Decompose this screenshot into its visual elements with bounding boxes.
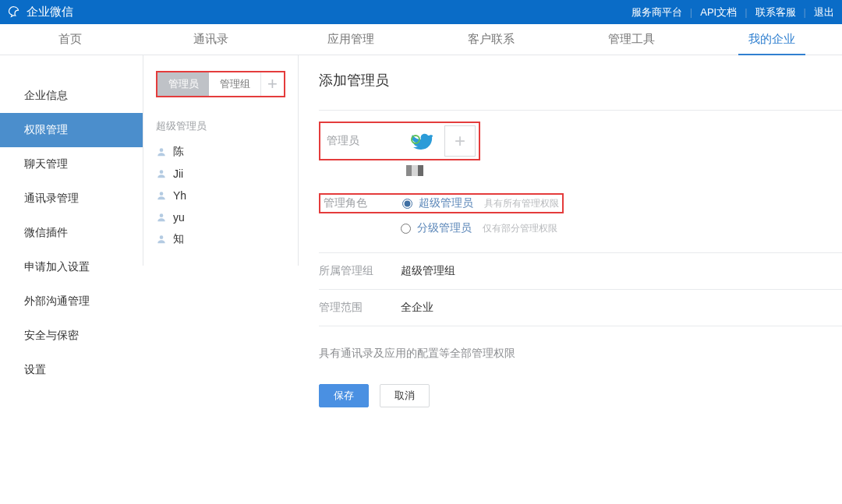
brand-text: 企业微信: [27, 5, 73, 19]
plus-icon: +: [267, 74, 278, 94]
selected-admin-avatar[interactable]: [405, 125, 437, 157]
nav-apps[interactable]: 应用管理: [281, 24, 421, 55]
admin-label: 管理员: [324, 134, 405, 148]
scope-row: 管理范围 全企业: [319, 290, 842, 326]
nav-customers[interactable]: 客户联系: [421, 24, 561, 55]
chat-bubble-icon: [8, 5, 22, 19]
admin-picker-row: 管理员 +: [319, 122, 480, 160]
svg-point-0: [160, 148, 164, 152]
form-actions: 保存 取消: [319, 384, 842, 407]
tab-admin-groups[interactable]: 管理组: [209, 72, 260, 96]
add-admin-box[interactable]: +: [444, 125, 476, 157]
user-icon: [156, 168, 167, 179]
user-icon: [156, 190, 167, 201]
avatar-thumbnail: [406, 165, 423, 176]
sidebar-item-contacts-mgmt[interactable]: 通讯录管理: [0, 182, 143, 216]
svg-point-2: [160, 192, 164, 196]
sidebar-item-chat[interactable]: 聊天管理: [0, 147, 143, 182]
list-item[interactable]: Yh: [156, 185, 285, 206]
user-icon: [156, 234, 167, 245]
scope-value: 全企业: [401, 301, 433, 315]
sidebar-item-join-settings[interactable]: 申请加入设置: [0, 250, 143, 284]
list-item[interactable]: yu: [156, 206, 285, 228]
header-link-support[interactable]: 联系客服: [755, 5, 796, 19]
role-row: 管理角色 超级管理员 具有所有管理权限: [319, 193, 564, 213]
user-icon: [156, 212, 167, 223]
role-super-radio[interactable]: [402, 199, 412, 209]
permission-description: 具有通讯录及应用的配置等全部管理权限: [319, 326, 842, 381]
svg-point-1: [160, 170, 164, 174]
header-link-logout[interactable]: 退出: [814, 5, 834, 19]
svg-point-3: [160, 213, 164, 217]
sidebar-item-settings[interactable]: 设置: [0, 353, 143, 387]
list-item[interactable]: 知: [156, 228, 285, 250]
nav-contacts[interactable]: 通讯录: [140, 24, 281, 55]
form-panel: 添加管理员 管理员 + 管理角色: [299, 55, 842, 423]
sidebar-item-external-comm[interactable]: 外部沟通管理: [0, 284, 143, 319]
header-links: 服务商平台 | API文档 | 联系客服 | 退出: [632, 5, 834, 19]
header-link-provider[interactable]: 服务商平台: [632, 5, 682, 19]
role-sub-radio[interactable]: [401, 224, 411, 234]
main-nav: 首页 通讯录 应用管理 客户联系 管理工具 我的企业: [0, 24, 842, 55]
sidebar-item-company-info[interactable]: 企业信息: [0, 79, 143, 113]
cancel-button[interactable]: 取消: [380, 384, 430, 407]
group-row: 所属管理组 超级管理组: [319, 253, 842, 289]
plus-icon: +: [455, 130, 465, 152]
user-icon: [156, 146, 167, 157]
list-item[interactable]: 陈: [156, 141, 285, 163]
sidebar-item-permissions[interactable]: 权限管理: [0, 113, 143, 147]
scope-label: 管理范围: [319, 301, 401, 315]
tab-admins[interactable]: 管理员: [157, 72, 209, 96]
admin-tab-bar: 管理员 管理组 +: [156, 71, 285, 97]
group-label: 所属管理组: [319, 264, 401, 278]
nav-tools[interactable]: 管理工具: [561, 24, 702, 55]
group-value: 超级管理组: [401, 264, 455, 278]
role-label: 管理角色: [320, 196, 402, 210]
sidebar: 企业信息 权限管理 聊天管理 通讯录管理 微信插件 申请加入设置 外部沟通管理 …: [0, 55, 143, 387]
sidebar-item-wechat-plugin[interactable]: 微信插件: [0, 216, 143, 250]
nav-my-company[interactable]: 我的企业: [702, 24, 842, 55]
svg-point-4: [160, 235, 164, 239]
brand: 企业微信: [8, 5, 73, 19]
sidebar-item-security[interactable]: 安全与保密: [0, 319, 143, 353]
list-item[interactable]: Jii: [156, 163, 285, 185]
bird-icon: [409, 132, 433, 150]
nav-home[interactable]: 首页: [0, 24, 140, 55]
admin-member-list: 陈 Jii Yh yu 知: [156, 141, 285, 250]
save-button[interactable]: 保存: [319, 384, 369, 407]
role-super-admin[interactable]: 超级管理员 具有所有管理权限: [402, 196, 559, 210]
add-admin-button[interactable]: +: [260, 72, 284, 96]
role-sub-admin[interactable]: 分级管理员 仅有部分管理权限: [319, 221, 842, 235]
header-link-api[interactable]: API文档: [700, 5, 737, 19]
admin-group-title: 超级管理员: [156, 119, 285, 133]
page-title: 添加管理员: [319, 71, 842, 90]
admin-list-panel: 管理员 管理组 + 超级管理员 陈 Jii Yh yu: [143, 55, 299, 266]
